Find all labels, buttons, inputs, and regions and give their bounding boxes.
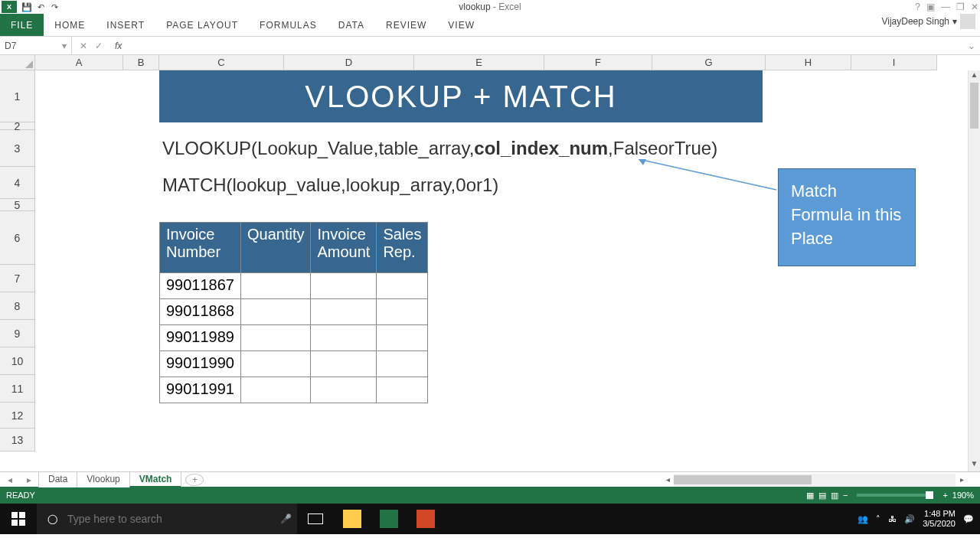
col-header-B[interactable]: B	[123, 55, 159, 70]
scroll-left-icon[interactable]: ◂	[662, 475, 674, 484]
row-header-10[interactable]: 10	[0, 347, 35, 375]
scroll-right-icon[interactable]: ▸	[956, 475, 968, 484]
col-header-A[interactable]: A	[35, 55, 123, 70]
tray-up-icon[interactable]: ˄	[876, 514, 880, 524]
row-header-2[interactable]: 2	[0, 122, 35, 130]
table-cell[interactable]	[377, 351, 428, 377]
row-header-13[interactable]: 13	[0, 429, 35, 452]
scroll-up-icon[interactable]: ▲	[969, 70, 980, 83]
col-header-D[interactable]: D	[284, 55, 414, 70]
table-cell[interactable]: 99011868	[160, 299, 241, 325]
zoom-level[interactable]: 190%	[952, 491, 974, 500]
table-cell[interactable]	[311, 325, 377, 351]
zoom-out-icon[interactable]: −	[843, 491, 848, 500]
enter-icon[interactable]: ✓	[95, 41, 103, 51]
table-cell[interactable]	[240, 273, 310, 299]
row-header-3[interactable]: 3	[0, 130, 35, 167]
ribbon-tab-view[interactable]: VIEW	[437, 14, 485, 36]
cortana-icon[interactable]: ◯	[37, 514, 67, 524]
horizontal-scrollbar[interactable]: ◂ ▸	[662, 474, 968, 486]
prev-sheet-icon[interactable]: ◂	[8, 474, 12, 485]
table-cell[interactable]	[377, 299, 428, 325]
name-box[interactable]: D7▾	[0, 37, 72, 54]
undo-icon[interactable]: ↶	[34, 1, 47, 13]
col-header-C[interactable]: C	[159, 55, 284, 70]
vertical-scrollbar[interactable]: ▲ ▼	[968, 70, 980, 471]
redo-icon[interactable]: ↷	[47, 1, 61, 13]
ribbon-options-icon[interactable]: ▣	[926, 2, 935, 12]
taskbar-search[interactable]: ◯ 🎤	[37, 504, 297, 534]
sheet-tab-vmatch[interactable]: VMatch	[129, 471, 182, 487]
excel-taskbar-icon[interactable]	[371, 504, 407, 534]
file-tab[interactable]: FILE	[0, 14, 44, 36]
ribbon-tab-data[interactable]: DATA	[328, 14, 375, 36]
volume-icon[interactable]: 🔊	[904, 514, 915, 524]
col-header-F[interactable]: F	[544, 55, 652, 70]
table-cell[interactable]: 99011991	[160, 377, 241, 403]
page-break-icon[interactable]: ▥	[831, 491, 838, 500]
search-input[interactable]	[67, 513, 274, 525]
table-cell[interactable]	[240, 351, 310, 377]
table-cell[interactable]	[377, 273, 428, 299]
page-layout-icon[interactable]: ▤	[818, 491, 826, 500]
row-header-6[interactable]: 6	[0, 211, 35, 265]
powerpoint-taskbar-icon[interactable]	[407, 504, 444, 534]
close-icon[interactable]: ✕	[971, 2, 978, 12]
select-all-button[interactable]	[0, 55, 35, 70]
table-cell[interactable]	[377, 377, 428, 403]
table-cell[interactable]: 99011990	[160, 351, 241, 377]
normal-view-icon[interactable]: ▦	[806, 491, 814, 500]
scrollbar-thumb[interactable]	[970, 83, 978, 129]
table-cell[interactable]	[311, 299, 377, 325]
row-header-11[interactable]: 11	[0, 375, 35, 403]
table-cell[interactable]: 99011989	[160, 325, 241, 351]
help-icon[interactable]: ?	[915, 2, 920, 12]
next-sheet-icon[interactable]: ▸	[27, 474, 31, 485]
people-icon[interactable]: 👥	[858, 514, 868, 524]
file-explorer-icon[interactable]	[334, 504, 371, 534]
table-cell[interactable]	[240, 325, 310, 351]
row-header-4[interactable]: 4	[0, 167, 35, 199]
task-view-icon[interactable]	[297, 504, 334, 534]
zoom-slider[interactable]	[857, 494, 933, 497]
col-header-E[interactable]: E	[414, 55, 544, 70]
row-header-5[interactable]: 5	[0, 199, 35, 211]
row-header-8[interactable]: 8	[0, 292, 35, 320]
hscroll-thumb[interactable]	[674, 475, 812, 484]
row-header-9[interactable]: 9	[0, 320, 35, 347]
ribbon-tab-review[interactable]: REVIEW	[375, 14, 437, 36]
table-cell[interactable]	[377, 325, 428, 351]
ribbon-tab-formulas[interactable]: FORMULAS	[249, 14, 328, 36]
table-cell[interactable]	[311, 377, 377, 403]
table-cell[interactable]	[311, 351, 377, 377]
account-name[interactable]: VijayDeep Singh▾	[881, 14, 975, 29]
row-header-12[interactable]: 12	[0, 403, 35, 429]
worksheet-grid[interactable]: ABCDEFGHI 12345678910111213 VLOOKUP + MA…	[0, 55, 980, 471]
expand-formula-bar-icon[interactable]: ⌄	[968, 41, 980, 51]
scroll-down-icon[interactable]: ▼	[969, 459, 980, 471]
row-header-7[interactable]: 7	[0, 265, 35, 292]
table-cell[interactable]: 99011867	[160, 273, 241, 299]
zoom-in-icon[interactable]: +	[942, 491, 947, 500]
row-header-1[interactable]: 1	[0, 70, 35, 122]
notifications-icon[interactable]: 💬	[963, 514, 974, 524]
col-header-H[interactable]: H	[766, 55, 851, 70]
table-cell[interactable]	[240, 299, 310, 325]
col-header-G[interactable]: G	[652, 55, 766, 70]
ribbon-tab-insert[interactable]: INSERT	[96, 14, 155, 36]
table-cell[interactable]	[311, 273, 377, 299]
cancel-icon[interactable]: ✕	[80, 41, 87, 51]
col-header-I[interactable]: I	[851, 55, 937, 70]
new-sheet-button[interactable]: +	[185, 474, 204, 486]
ribbon-tab-home[interactable]: HOME	[44, 14, 96, 36]
network-icon[interactable]: 🖧	[888, 514, 897, 523]
sheet-tab-data[interactable]: Data	[38, 471, 77, 487]
restore-icon[interactable]: ❐	[956, 2, 965, 12]
sheet-tab-vlookup[interactable]: Vlookup	[77, 471, 129, 487]
fx-icon[interactable]: fx	[110, 41, 126, 51]
save-icon[interactable]: 💾	[20, 1, 34, 13]
table-cell[interactable]	[240, 377, 310, 403]
mic-icon[interactable]: 🎤	[274, 514, 297, 524]
ribbon-tab-page-layout[interactable]: PAGE LAYOUT	[155, 14, 249, 36]
minimize-icon[interactable]: —	[941, 2, 950, 12]
